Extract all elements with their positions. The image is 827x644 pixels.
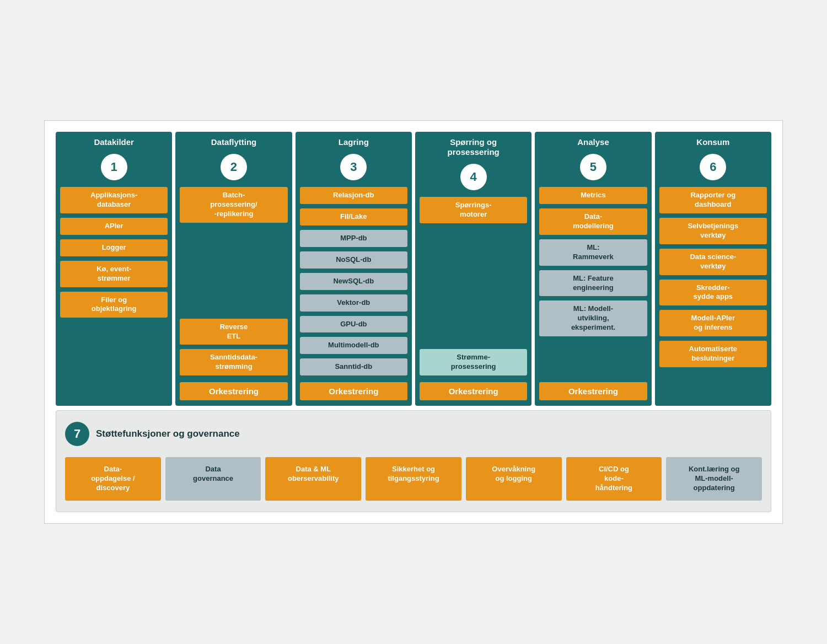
card-data-science: Data science-verktøy — [659, 249, 767, 275]
bottom-card-cicd: CI/CD ogkode-håndtering — [566, 457, 662, 501]
card-mpp-db: MPP-db — [300, 230, 407, 247]
card-metrics: Metrics — [539, 187, 647, 204]
col3-badge: 3 — [340, 154, 367, 180]
card-logger: Logger — [60, 239, 168, 256]
column-datakilder: Datakilder 1 Applikasjons-databaser APIe… — [56, 132, 172, 406]
column-konsum: Konsum 6 Rapporter ogdashboard Selvbetje… — [655, 132, 771, 406]
card-applikasjoner: Applikasjons-databaser — [60, 187, 168, 213]
column-analyse: Analyse 5 Metrics Data-modellering ML:Ra… — [535, 132, 651, 406]
col2-header: Dataflytting — [211, 137, 257, 147]
card-ml-feature: ML: Featureengineering — [539, 270, 647, 297]
card-ml-modell: ML: Modell-utvikling,eksperiment. — [539, 300, 647, 336]
bottom-card-dataoppdagelse: Data-oppdagelse /discovery — [65, 457, 161, 501]
card-selvbetjenings: Selvbetjeningsverktøy — [659, 218, 767, 244]
bottom-section: 7 Støttefunksjoner og governance Data-op… — [56, 410, 771, 512]
card-modell-apier: Modell-APIerog inferens — [659, 310, 767, 336]
column-sporring: Spørring ogprosessering 4 Spørrings-moto… — [415, 132, 531, 406]
card-apier: APIer — [60, 218, 168, 235]
card-ml-rammeverk: ML:Rammeverk — [539, 239, 647, 266]
card-vektor-db: Vektor-db — [300, 294, 407, 312]
card-skredder: Skredder-sydde apps — [659, 280, 767, 306]
bottom-badge: 7 — [65, 422, 89, 446]
card-sanntidsdata: Sanntidsdata-strømming — [180, 349, 287, 375]
col6-header: Konsum — [696, 137, 729, 147]
card-ko-event: Kø, event-strømmer — [60, 261, 168, 287]
bottom-card-governance: Datagovernance — [165, 457, 261, 501]
column-lagring: Lagring 3 Relasjon-db Fil/Lake MPP-db No… — [296, 132, 412, 406]
bottom-card-overvaking: Overvåkningog logging — [466, 457, 562, 501]
col2-badge: 2 — [221, 154, 247, 180]
main-wrapper: Datakilder 1 Applikasjons-databaser APIe… — [44, 120, 783, 524]
col4-header: Spørring ogprosessering — [448, 137, 500, 157]
card-gpu-db: GPU-db — [300, 316, 407, 333]
card-sporring-motorer: Spørrings-motorer — [420, 197, 527, 223]
col1-badge: 1 — [101, 154, 127, 180]
card-rapporter: Rapporter ogdashboard — [659, 187, 767, 213]
col1-header: Datakilder — [94, 137, 134, 147]
card-fil-lake: Fil/Lake — [300, 208, 407, 226]
col3-header: Lagring — [339, 137, 369, 147]
card-multimodell-db: Multimodell-db — [300, 337, 407, 354]
bottom-cards: Data-oppdagelse /discovery Datagovernanc… — [65, 457, 762, 501]
col5-header: Analyse — [577, 137, 609, 147]
orkestrering-bar-col5: Orkestrering — [539, 382, 647, 400]
col5-badge: 5 — [580, 154, 606, 180]
card-automatiserte: Automatisertebeslutninger — [659, 341, 767, 367]
bottom-card-sikkerhet: Sikkerhet ogtilgangsstyring — [366, 457, 461, 501]
card-batch: Batch-prosessering/-replikering — [180, 187, 287, 223]
card-reverse-etl: ReverseETL — [180, 319, 287, 345]
column-dataflytting: Dataflytting 2 Batch-prosessering/-repli… — [175, 132, 292, 406]
col6-badge: 6 — [700, 154, 726, 180]
orkestrering-bar-col2: Orkestrering — [180, 382, 287, 400]
card-stromme: Strømme-prosessering — [420, 349, 527, 375]
orkestrering-bar-col4: Orkestrering — [420, 382, 527, 400]
card-relasjon-db: Relasjon-db — [300, 187, 407, 204]
bottom-card-observability: Data & MLoberservability — [265, 457, 361, 501]
bottom-card-kontlaering: Kont.læring ogML-modell-oppdatering — [666, 457, 762, 501]
bottom-header: 7 Støttefunksjoner og governance — [65, 420, 762, 448]
card-data-modellering: Data-modellering — [539, 208, 647, 235]
col4-badge: 4 — [460, 164, 487, 190]
card-sanntid-db: Sanntid-db — [300, 358, 407, 375]
top-section: Datakilder 1 Applikasjons-databaser APIe… — [56, 132, 771, 406]
card-filer: Filer ogobjektlagring — [60, 292, 168, 318]
card-newsql-db: NewSQL-db — [300, 273, 407, 290]
bottom-title: Støttefunksjoner og governance — [96, 428, 240, 439]
card-nosql-db: NoSQL-db — [300, 251, 407, 269]
orkestrering-bar-col3: Orkestrering — [300, 382, 407, 400]
